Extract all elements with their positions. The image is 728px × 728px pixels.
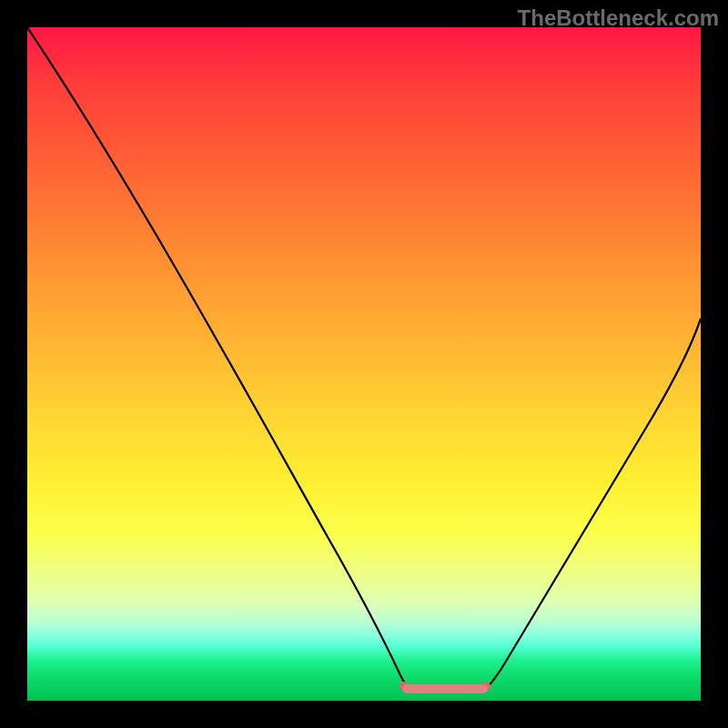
chart-flat-region [402,684,488,693]
chart-curve-path [27,27,701,692]
chart-plot-area [27,27,701,701]
watermark-text: TheBottleneck.com [518,5,719,31]
chart-curve-svg [27,27,701,701]
